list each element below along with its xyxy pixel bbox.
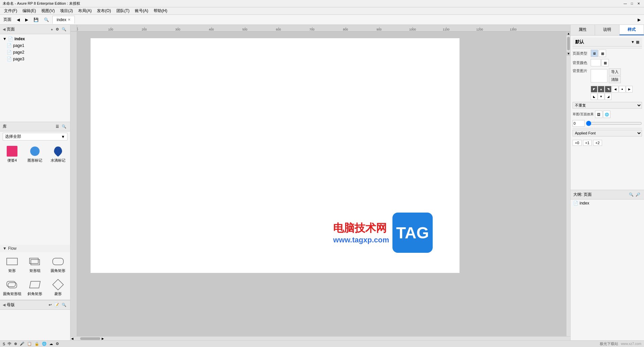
page-item-page3[interactable]: 📄 page3 (0, 56, 70, 62)
pages-settings-btn[interactable]: ⚙ (55, 27, 60, 32)
flow-rounded-rect[interactable]: 圆角矩形 (47, 253, 69, 275)
effect-value-input[interactable] (573, 120, 585, 127)
page-item-page1[interactable]: 📄 page1 (0, 42, 70, 49)
menu-file[interactable]: 文件(F) (1, 7, 20, 14)
toolbar-page-btn[interactable]: 页面 (1, 16, 13, 23)
toolbar-chevron-right[interactable]: ▶ (636, 17, 643, 23)
toolbar-forward[interactable]: ▶ (23, 17, 30, 23)
page-type-btn-other[interactable]: ▦ (599, 50, 606, 57)
flow-rect[interactable]: 矩形 (1, 253, 23, 275)
masters-collapse-icon[interactable]: ◀ (3, 303, 5, 307)
menu-team[interactable]: 团队(T) (114, 7, 132, 14)
scroll-left-btn[interactable]: ◀ (71, 337, 73, 340)
font-size-btn-0[interactable]: +0 (573, 140, 582, 146)
status-icon-4[interactable]: 📋 (27, 342, 32, 346)
flow-round-rect-group[interactable]: 圆角矩形组 (1, 277, 23, 298)
tab-notes[interactable]: 说明 (595, 25, 620, 35)
status-icon-5[interactable]: 🔒 (35, 342, 39, 346)
status-icon-3[interactable]: 🎤 (20, 342, 24, 346)
scroll-right-btn[interactable]: ▶ (102, 337, 104, 340)
outline-search-btn[interactable]: 🔎 (635, 192, 641, 197)
close-button[interactable]: ✕ (636, 1, 641, 6)
canvas-scroll-area[interactable]: 电脑技术网 www.tagxp.com TAG (77, 32, 566, 336)
svg-point-1 (30, 147, 40, 156)
menu-layout[interactable]: 布局(A) (75, 7, 94, 14)
tab-index[interactable]: index ✕ (52, 16, 75, 24)
toolbar-back[interactable]: ◀ (15, 17, 22, 23)
masters-add-btn[interactable]: ↩ (48, 302, 53, 307)
img-pos-btleft[interactable]: ◣ (591, 93, 597, 100)
font-size-btn-1[interactable]: +1 (583, 140, 592, 146)
menu-publish[interactable]: 发布(O) (94, 7, 113, 14)
page-type-control: 🖥 ▦ (591, 50, 642, 57)
default-dropdown-btn[interactable]: ▼ (631, 40, 635, 44)
outline-filter-btn[interactable]: 🔍 (628, 192, 635, 197)
img-pos-btright[interactable]: ◢ (605, 93, 611, 100)
img-pos-topleft[interactable]: ◤ (591, 86, 597, 93)
img-pos-btmid[interactable]: ▼ (598, 93, 604, 100)
img-pos-midright[interactable]: ▶ (626, 86, 633, 93)
effect-icon1[interactable]: 🖼 (595, 111, 602, 118)
component-widget2[interactable]: 图形标记 (24, 143, 46, 243)
page-item-index[interactable]: ▼ 📄 index (0, 36, 70, 42)
menu-account[interactable]: 账号(A) (132, 7, 151, 14)
status-icon-2[interactable]: ⊕ (14, 342, 17, 346)
effect-slider[interactable] (586, 121, 642, 126)
status-icon-6[interactable]: 🌐 (42, 342, 47, 346)
pages-add-btn[interactable]: + (50, 27, 54, 32)
component-widget3[interactable]: 水滴标记 (47, 143, 69, 243)
tab-style[interactable]: 样式 (620, 25, 644, 35)
masters-edit-btn[interactable]: 📝 (53, 302, 60, 307)
pages-collapse-icon[interactable]: ◀ (3, 27, 5, 32)
maximize-button[interactable]: □ (629, 1, 635, 6)
img-pos-topmid[interactable]: ▲ (598, 86, 604, 93)
page-type-btn-desktop[interactable]: 🖥 (591, 50, 598, 57)
scroll-thumb-vertical[interactable] (567, 37, 570, 50)
library-settings-btn[interactable]: ☰ (55, 124, 60, 129)
component-widget1[interactable]: 便签4 (1, 143, 23, 243)
bg-color-settings[interactable]: ▦ (601, 59, 609, 66)
bg-image-import-btn[interactable]: 导入 (609, 68, 621, 75)
img-pos-midleft[interactable]: ◀ (612, 86, 619, 93)
scrollbar-vertical[interactable]: ▲ ▼ (566, 32, 570, 336)
effect-icon2[interactable]: 🌐 (603, 111, 610, 118)
default-settings-btn[interactable]: ▦ (636, 40, 639, 44)
tab-properties[interactable]: 属性 (571, 25, 595, 35)
menu-project[interactable]: 项目(J) (57, 7, 75, 14)
img-pos-center[interactable]: ● (619, 86, 626, 93)
flow-rect-group[interactable]: 矩形组 (24, 253, 46, 275)
pages-search-btn[interactable]: 🔍 (61, 27, 67, 32)
rect-shape (6, 255, 18, 268)
status-icon-8[interactable]: ⚙ (56, 342, 59, 346)
menu-view[interactable]: 视图(V) (39, 7, 57, 14)
scrollbar-horizontal[interactable]: ◀ ▶ (70, 336, 570, 340)
minimize-button[interactable]: — (623, 1, 628, 6)
status-icon-1[interactable]: 中 (8, 341, 11, 346)
scroll-up-btn[interactable]: ▲ (567, 32, 570, 36)
bg-image-preview (591, 69, 607, 82)
status-icon-0[interactable]: S (3, 342, 5, 346)
tab-close-icon[interactable]: ✕ (68, 18, 70, 21)
masters-search-btn[interactable]: 🔍 (61, 302, 67, 307)
img-pos-topright[interactable]: ◥ (605, 86, 611, 93)
scroll-thumb-horizontal[interactable] (80, 337, 100, 340)
library-dropdown[interactable]: 选择全部 ▼ (3, 133, 67, 140)
library-search-btn[interactable]: 🔍 (61, 124, 67, 129)
status-icon-7[interactable]: ☁ (49, 342, 53, 346)
menu-help[interactable]: 帮助(H) (151, 7, 170, 14)
bg-image-clear-btn[interactable]: 清除 (609, 76, 621, 83)
scroll-down-btn[interactable]: ▼ (567, 52, 570, 56)
flow-diamond[interactable]: 菱形 (47, 277, 69, 298)
toolbar-search[interactable]: 🔍 (42, 17, 51, 23)
menu-edit[interactable]: 编辑(E) (20, 7, 39, 14)
bg-color-picker[interactable] (591, 59, 601, 66)
page-item-page2[interactable]: 📄 page2 (0, 49, 70, 56)
font-size-btn-2[interactable]: +2 (593, 140, 602, 146)
widget3-shape (52, 145, 64, 157)
outline-item-index[interactable]: 📄 index (571, 199, 644, 207)
repeat-dropdown[interactable]: 不重复 (573, 102, 642, 109)
applied-font-select[interactable]: Applied Font (573, 130, 642, 136)
flow-oblique-rect[interactable]: 斜角矩形 (24, 277, 46, 298)
ruler-tick-400: 400 (209, 28, 214, 31)
toolbar-save[interactable]: 💾 (32, 17, 41, 23)
